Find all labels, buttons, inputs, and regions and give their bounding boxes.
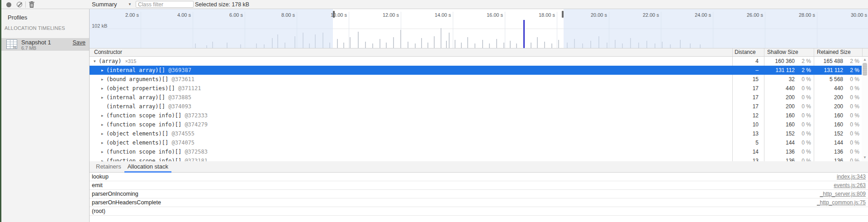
- retained-size-cell: 1600 %: [814, 120, 862, 129]
- window-edge: [0, 0, 1, 222]
- expand-arrow-icon[interactable]: ▾: [94, 57, 99, 66]
- allocation-bar: [337, 39, 338, 48]
- stack-frame[interactable]: parserOnHeadersComplete_http_common.js:7…: [90, 198, 868, 207]
- heap-row[interactable]: ▸(function scope info)[] @372583141360 %…: [90, 147, 868, 156]
- window-right-handle[interactable]: [562, 11, 564, 18]
- shallow-size-cell: 131 1122 %: [764, 66, 814, 75]
- expand-arrow-icon[interactable]: ▸: [101, 75, 106, 84]
- constructor-cell: ▾(array)×315: [90, 57, 736, 66]
- shallow-size-percent: 0 %: [802, 102, 811, 111]
- chevron-down-icon[interactable]: ▼: [128, 0, 132, 9]
- column-header-shallow-size[interactable]: Shallow Size: [767, 48, 798, 56]
- allocation-bar: [350, 37, 351, 48]
- shallow-size-cell: 160 3602 %: [764, 57, 814, 66]
- source-location-link[interactable]: _http_common.js:75: [817, 198, 866, 207]
- heap-row[interactable]: ▸(internal array)[] @369387–131 1122 %13…: [90, 66, 868, 75]
- heap-row[interactable]: ▸(bound arguments)[] @37361115320 %5 568…: [90, 75, 868, 84]
- constructor-name: (function scope info)[]: [106, 121, 185, 128]
- expand-arrow-icon[interactable]: ▸: [101, 138, 106, 147]
- expand-arrow-icon[interactable]: ▸: [101, 66, 106, 75]
- shallow-size-percent: 0 %: [802, 138, 811, 147]
- allocation-bar: [474, 43, 475, 48]
- tab-retainers[interactable]: Retainers: [93, 162, 124, 171]
- retained-size-value: 5 568: [830, 75, 843, 84]
- tab-allocation-stack[interactable]: Allocation stack: [124, 162, 171, 173]
- timeline-gridline: [557, 12, 557, 48]
- retained-size-value: 152: [834, 129, 843, 138]
- allocation-bar: [449, 33, 450, 48]
- grid-scrollbar[interactable]: ▲ ▼: [862, 57, 868, 161]
- summary-dropdown[interactable]: Summary: [92, 0, 117, 9]
- ruler-tick-label: 12.00 s: [367, 12, 399, 18]
- heap-row[interactable]: ▸(object elements)[] @37407551440 %1440 …: [90, 138, 868, 147]
- expand-arrow-icon[interactable]: ▸: [101, 129, 106, 138]
- source-location-link[interactable]: events.js:263: [834, 181, 866, 189]
- allocation-bar: [400, 30, 401, 48]
- allocation-bar: [496, 39, 497, 48]
- column-header-retained-size[interactable]: Retained Size: [817, 48, 851, 56]
- expand-arrow-icon[interactable]: ▸: [101, 156, 106, 161]
- distance-cell: 5: [732, 138, 759, 147]
- ruler-tick-label: 26.00 s: [731, 12, 763, 18]
- heap-row[interactable]: ▸(object properties)[] @371121174400 %44…: [90, 84, 868, 93]
- object-id: @372583: [185, 149, 208, 155]
- scroll-down-icon[interactable]: ▼: [862, 155, 868, 160]
- ruler-tick-label: 24.00 s: [679, 12, 711, 18]
- retained-size-percent: 0 %: [850, 138, 859, 147]
- stack-frame[interactable]: parserOnIncoming_http_server.js:809: [90, 190, 868, 198]
- allocation-stack-pane: lookupindex.js:343emitevents.js:263parse…: [90, 173, 868, 222]
- stack-frame[interactable]: emitevents.js:263: [90, 181, 868, 190]
- shallow-size-value: 136: [786, 147, 795, 156]
- ruler-tick-label: 22.00 s: [627, 12, 659, 18]
- window-left-handle[interactable]: [333, 11, 335, 18]
- stack-frame-name: emit: [92, 181, 103, 189]
- clear-all-icon[interactable]: [17, 2, 22, 7]
- constructor-name: (object elements)[]: [106, 140, 172, 146]
- distance-cell: 12: [732, 111, 759, 120]
- expand-arrow-icon[interactable]: ▸: [101, 111, 106, 120]
- allocation-bar: [379, 39, 380, 48]
- snapshot-item[interactable]: % Snapshot 1 6.7 MB Save: [1, 38, 89, 51]
- column-header-constructor[interactable]: Constructor: [94, 48, 122, 56]
- expand-arrow-icon[interactable]: ▸: [101, 93, 106, 102]
- timeline-gridline: [349, 12, 349, 48]
- toolbar-separator: [25, 1, 26, 8]
- allocation-bar: [510, 41, 511, 48]
- retained-size-value: 136: [834, 147, 843, 156]
- shallow-size-value: 200: [786, 102, 795, 111]
- scrollbar-thumb[interactable]: [863, 63, 867, 76]
- class-filter-input[interactable]: [136, 1, 194, 8]
- heap-row[interactable]: ▸(function scope info)[] @374279101600 %…: [90, 120, 868, 129]
- shallow-size-cell: 1360 %: [764, 156, 814, 161]
- ruler-tick-label: 30.00 s: [835, 12, 867, 18]
- heap-row[interactable]: ▸(object elements)[] @374555131520 %1520…: [90, 129, 868, 138]
- heap-row[interactable]: ▸(function scope info)[] @373181131360 %…: [90, 156, 868, 161]
- heap-row[interactable]: ▸(internal array)[] @373885172000 %2000 …: [90, 93, 868, 102]
- expand-arrow-icon[interactable]: ▸: [101, 120, 106, 129]
- shallow-size-cell: 1360 %: [764, 147, 814, 156]
- source-location-link[interactable]: _http_server.js:809: [820, 190, 866, 198]
- trash-icon[interactable]: [28, 1, 35, 8]
- record-icon[interactable]: [6, 2, 11, 7]
- retained-size-cell: 2000 %: [814, 102, 862, 111]
- scroll-up-icon[interactable]: ▲: [862, 58, 868, 62]
- heap-row[interactable]: (internal array)[] @374093172000 %2000 %: [90, 102, 868, 111]
- allocation-bar: [455, 40, 455, 48]
- stack-frame[interactable]: lookupindex.js:343: [90, 173, 868, 181]
- snapshot-save-link[interactable]: Save: [73, 39, 86, 46]
- allocation-overview-timeline[interactable]: 102 kB 2.00 s4.00 s6.00 s8.00 s10.00 s12…: [90, 9, 868, 48]
- retained-size-percent: 2 %: [850, 57, 859, 66]
- allocation-bar: [343, 43, 344, 48]
- allocation-bar: [489, 43, 490, 48]
- column-header-distance[interactable]: Distance: [735, 48, 756, 56]
- source-location-link[interactable]: index.js:343: [837, 173, 866, 181]
- expand-arrow-icon[interactable]: ▸: [101, 147, 106, 156]
- constructor-name: (internal array)[]: [106, 94, 168, 101]
- expand-arrow-icon[interactable]: ▸: [101, 84, 106, 93]
- heap-row[interactable]: ▾(array)×3154160 3602 %165 4882 %: [90, 57, 868, 66]
- stack-frame[interactable]: (root): [90, 207, 868, 216]
- stack-frame-name: lookup: [92, 173, 109, 181]
- retained-size-percent: 0 %: [850, 84, 859, 93]
- heap-row[interactable]: ▸(function scope info)[] @372333121600 %…: [90, 111, 868, 120]
- distance-cell: 15: [732, 75, 759, 84]
